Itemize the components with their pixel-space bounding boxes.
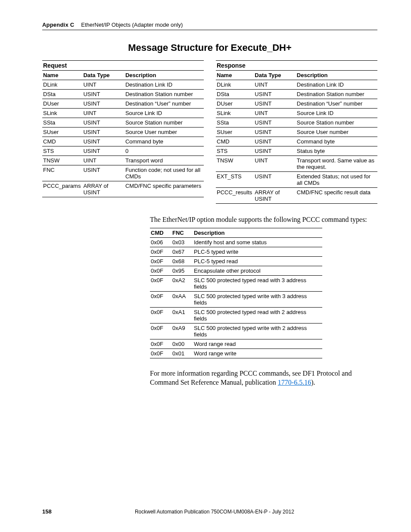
- table-cell: UINT: [254, 109, 296, 118]
- table-cell: ARRAY of USINT: [82, 181, 125, 197]
- table-cell: 0x68: [171, 256, 193, 266]
- table-cell: 0x95: [171, 266, 193, 275]
- table-row: CMDUSINTCommand byte: [216, 137, 377, 146]
- table-cell: PLC-5 typed write: [193, 247, 322, 256]
- request-caption: Request: [42, 60, 204, 71]
- response-table: Name Data Type Description DLinkUINTDest…: [216, 71, 377, 204]
- table-cell: DSta: [42, 90, 82, 99]
- table-cell: Destination Link ID: [296, 80, 377, 90]
- table-cell: UINT: [82, 156, 125, 165]
- footer-publication: Rockwell Automation Publication 750COM-U…: [52, 509, 377, 515]
- table-cell: USINT: [82, 137, 125, 146]
- col-cmd: CMD: [150, 228, 171, 237]
- table-row: DLinkUINTDestination Link ID: [42, 80, 204, 90]
- table-row: TNSWUINTTransport word: [42, 156, 204, 165]
- col-desc: Description: [125, 71, 204, 80]
- table-cell: PCCC_results: [216, 188, 254, 204]
- table-cell: CMD: [42, 137, 82, 146]
- table-cell: Encapsulate other protocol: [193, 266, 322, 275]
- table-cell: SLC 500 protected typed read with 2 addr…: [193, 307, 322, 323]
- table-row: CMDUSINTCommand byte: [42, 137, 204, 146]
- table-cell: CMD/FNC specific parameters: [125, 181, 204, 197]
- table-cell: Source Station number: [296, 118, 377, 128]
- two-column-tables: Request Name Data Type Description DLink…: [42, 60, 377, 204]
- table-cell: 0x0F: [150, 307, 171, 323]
- table-cell: STS: [216, 146, 254, 156]
- table-row: 0x0F0x95Encapsulate other protocol: [150, 266, 322, 275]
- table-cell: 0: [125, 146, 204, 156]
- table-row: DStaUSINTDestination Station number: [216, 90, 377, 99]
- table-row: DUserUSINTDestination “User” number: [42, 99, 204, 109]
- table-cell: UINT: [82, 80, 125, 90]
- col-fnc: FNC: [171, 228, 193, 237]
- table-cell: Destination Station number: [125, 90, 204, 99]
- col-name: Name: [216, 71, 254, 80]
- table-cell: Destination Station number: [296, 90, 377, 99]
- table-cell: Transport word: [125, 156, 204, 165]
- table-row: 0x0F0x68PLC-5 typed read: [150, 256, 322, 266]
- table-cell: DSta: [216, 90, 254, 99]
- table-cell: Identify host and some status: [193, 237, 322, 247]
- table-cell: USINT: [82, 118, 125, 128]
- table-row: 0x0F0x01Word range write: [150, 348, 322, 358]
- table-cell: CMD/FNC specific result data: [296, 188, 377, 204]
- section-title: Message Structure for Execute_DH+: [42, 42, 377, 53]
- table-cell: Extended Status; not used for all CMDs: [296, 172, 377, 188]
- table-cell: USINT: [82, 90, 125, 99]
- col-type: Data Type: [82, 71, 125, 80]
- more-info-paragraph: For more information regarding PCCC comm…: [150, 369, 377, 387]
- table-cell: STS: [42, 146, 82, 156]
- table-cell: USINT: [254, 118, 296, 128]
- table-cell: USINT: [254, 128, 296, 137]
- col-desc: Description: [296, 71, 377, 80]
- table-cell: USINT: [254, 172, 296, 188]
- table-cell: 0x0F: [150, 339, 171, 348]
- table-cell: Source User number: [125, 128, 204, 137]
- table-cell: USINT: [82, 128, 125, 137]
- table-cell: ARRAY of USINT: [254, 188, 296, 204]
- table-cell: SLink: [216, 109, 254, 118]
- table-cell: Status byte: [296, 146, 377, 156]
- table-cell: TNSW: [216, 156, 254, 172]
- table-cell: 0x01: [171, 348, 193, 358]
- intro-paragraph: The EtherNet/IP option module supports t…: [150, 215, 377, 224]
- table-cell: DLink: [216, 80, 254, 90]
- appendix-label: Appendix C: [42, 22, 74, 28]
- table-cell: Command byte: [296, 137, 377, 146]
- table-cell: 0xAA: [171, 291, 193, 307]
- table-cell: 0xA1: [171, 307, 193, 323]
- table-cell: USINT: [82, 146, 125, 156]
- table-row: EXT_STSUSINTExtended Status; not used fo…: [216, 172, 377, 188]
- header-title: EtherNet/IP Objects (Adapter mode only): [81, 22, 183, 28]
- table-cell: UINT: [254, 156, 296, 172]
- table-cell: 0x0F: [150, 247, 171, 256]
- table-cell: Destination Link ID: [125, 80, 204, 90]
- col-type: Data Type: [254, 71, 296, 80]
- table-row: DUserUSINTDestination “User” number: [216, 99, 377, 109]
- table-cell: UINT: [82, 109, 125, 118]
- table-cell: FNC: [42, 165, 82, 181]
- table-cell: DUser: [42, 99, 82, 109]
- table-cell: 0x0F: [150, 266, 171, 275]
- table-cell: SSta: [42, 118, 82, 128]
- table-cell: 0xA2: [171, 275, 193, 291]
- table-cell: Destination “User” number: [296, 99, 377, 109]
- table-cell: 0x0F: [150, 323, 171, 339]
- table-cell: USINT: [254, 90, 296, 99]
- table-cell: SUser: [216, 128, 254, 137]
- table-cell: TNSW: [42, 156, 82, 165]
- col-desc: Description: [193, 228, 322, 237]
- table-row: STSUSINT0: [42, 146, 204, 156]
- table-cell: DUser: [216, 99, 254, 109]
- table-cell: USINT: [254, 146, 296, 156]
- request-table: Name Data Type Description DLinkUINTDest…: [42, 71, 204, 197]
- table-cell: Source Link ID: [125, 109, 204, 118]
- table-row: 0x0F0xA1SLC 500 protected typed read wit…: [150, 307, 322, 323]
- table-row: 0x0F0xAASLC 500 protected typed write wi…: [150, 291, 322, 307]
- table-cell: Source User number: [296, 128, 377, 137]
- table-row: 0x060x03Identify host and some status: [150, 237, 322, 247]
- publication-link[interactable]: 1770-6.5.16: [278, 379, 311, 386]
- table-cell: PLC-5 typed read: [193, 256, 322, 266]
- table-cell: SLink: [42, 109, 82, 118]
- table-row: FNCUSINTFunction code; not used for all …: [42, 165, 204, 181]
